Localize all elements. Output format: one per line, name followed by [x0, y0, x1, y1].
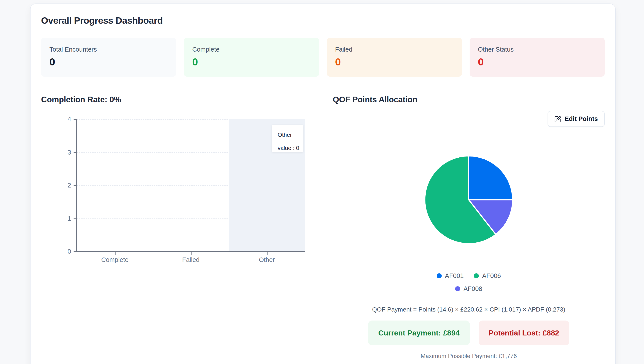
legend-row: AF001 AF006	[333, 272, 605, 280]
y-axis-label: 4	[68, 116, 71, 123]
x-axis-label-complete: Complete	[101, 256, 129, 264]
current-payment-card: Current Payment: £894	[368, 320, 470, 345]
y-axis-tick	[74, 119, 76, 120]
stat-card-other-status: Other Status 0	[470, 38, 605, 76]
stat-value: 0	[478, 57, 596, 67]
potential-lost-card: Potential Lost: £882	[479, 320, 569, 345]
x-axis-label-failed: Failed	[182, 256, 200, 264]
stat-card-complete: Complete 0	[184, 38, 319, 76]
legend-item-af001[interactable]: AF001	[437, 272, 464, 280]
x-axis-tick	[115, 252, 116, 255]
y-axis-tick	[74, 185, 76, 186]
edit-points-label: Edit Points	[565, 115, 598, 122]
qof-payment-formula: QOF Payment = Points (14.6) × £220.62 × …	[333, 306, 605, 313]
x-axis-tick	[191, 252, 192, 255]
y-axis-tick	[74, 252, 76, 252]
gridline-v	[305, 119, 305, 252]
chart-plot-area: 4 3 2 1 0 Complete Failed Other Other va…	[76, 119, 305, 252]
qof-toolbar: Edit Points	[333, 111, 605, 127]
stats-row: Total Encounters 0 Complete 0 Failed 0 O…	[41, 38, 605, 76]
y-axis-tick	[74, 218, 76, 219]
y-axis-label: 3	[68, 149, 71, 156]
legend-label: AF008	[463, 285, 482, 292]
stat-card-failed: Failed 0	[327, 38, 462, 76]
legend-row: AF008	[333, 285, 605, 292]
legend-dot-icon	[437, 273, 442, 278]
y-axis-label: 0	[68, 248, 71, 255]
pie-slice-af001[interactable]	[469, 156, 513, 200]
page-title: Overall Progress Dashboard	[41, 15, 605, 26]
stat-value: 0	[192, 57, 311, 67]
stat-value: 0	[335, 57, 454, 67]
tooltip-value: value : 0	[278, 144, 303, 152]
x-axis-tick	[267, 252, 268, 255]
gridline-v	[115, 119, 115, 252]
y-axis-tick	[74, 152, 76, 153]
y-axis-label: 2	[68, 182, 71, 189]
tooltip-category: Other	[278, 131, 303, 138]
edit-pencil-icon	[554, 116, 561, 122]
completion-rate-chart: 4 3 2 1 0 Complete Failed Other Other va…	[41, 119, 313, 252]
legend-dot-icon	[455, 286, 460, 291]
stat-card-total-encounters: Total Encounters 0	[41, 38, 176, 76]
max-payment-text: Maximum Possible Payment: £1,776	[333, 353, 605, 360]
stat-value: 0	[50, 57, 168, 67]
legend-label: AF001	[445, 272, 464, 280]
stat-label: Failed	[335, 46, 454, 53]
legend-label: AF006	[482, 272, 501, 280]
legend-item-af006[interactable]: AF006	[474, 272, 501, 280]
qof-pie-chart	[423, 154, 514, 245]
legend-item-af008[interactable]: AF008	[455, 285, 482, 292]
qof-points-heading: QOF Points Allocation	[333, 95, 605, 104]
edit-points-button[interactable]: Edit Points	[547, 111, 605, 127]
stat-label: Total Encounters	[50, 46, 168, 53]
completion-rate-section: Completion Rate: 0%	[41, 95, 313, 360]
dashboard-card: Overall Progress Dashboard Total Encount…	[30, 4, 616, 364]
gridline-v	[191, 119, 191, 252]
stat-label: Complete	[192, 46, 311, 53]
legend-dot-icon	[474, 273, 479, 278]
pie-legend: AF001 AF006 AF008	[333, 272, 605, 292]
x-axis-label-other: Other	[259, 256, 275, 264]
y-axis-label: 1	[68, 215, 71, 222]
stat-label: Other Status	[478, 46, 596, 53]
completion-rate-heading: Completion Rate: 0%	[41, 95, 313, 104]
qof-points-section: QOF Points Allocation Edit Points	[333, 95, 605, 360]
payment-cards-row: Current Payment: £894 Potential Lost: £8…	[333, 320, 605, 345]
chart-tooltip: Other value : 0	[272, 125, 303, 152]
pie-chart-wrap	[333, 154, 605, 245]
